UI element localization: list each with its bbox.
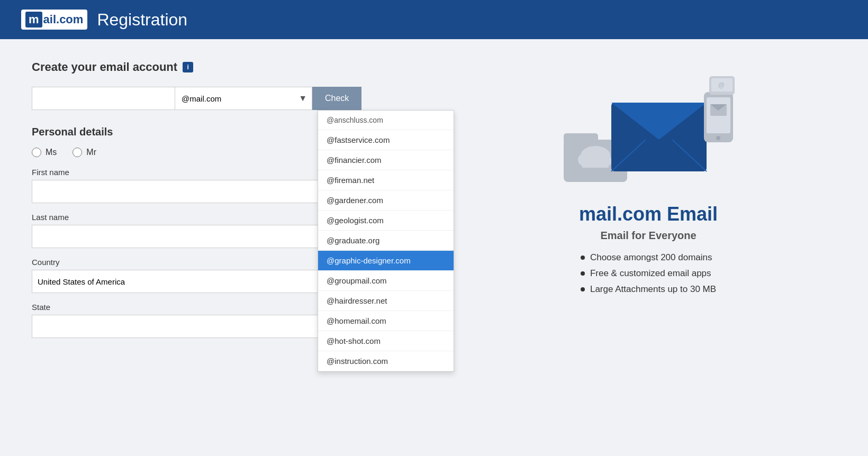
svg-point-14 <box>716 136 720 140</box>
salutation-mr-text: Mr <box>86 148 96 157</box>
form-section: Create your email account i @mail.com ▼ … <box>32 60 429 348</box>
logo-m: m <box>25 12 42 28</box>
promo-bullet: Free & customized email apps <box>581 268 716 279</box>
state-select-wrapper: ▼ <box>32 315 365 338</box>
country-select-wrapper: United States of America ▼ <box>32 270 365 293</box>
dropdown-item[interactable]: @hot-shot.com <box>318 331 454 351</box>
dropdown-item[interactable]: @graduate.org <box>318 231 454 251</box>
promo-bullet: Choose amongst 200 domains <box>581 252 716 263</box>
last-name-input[interactable] <box>32 225 365 248</box>
section-heading: Create your email account i <box>32 60 429 74</box>
svg-text:@: @ <box>718 81 725 89</box>
dropdown-item[interactable]: @homemail.com <box>318 311 454 331</box>
dropdown-item[interactable]: @groupmail.com <box>318 271 454 291</box>
logo: m ail.com <box>21 10 87 30</box>
salutation-mr-label[interactable]: Mr <box>73 148 96 157</box>
salutation-mr-radio[interactable] <box>73 148 82 157</box>
promo-title: mail.com Email <box>579 203 718 225</box>
dropdown-item[interactable]: @gardener.com <box>318 190 454 211</box>
promo-subtitle: Email for Everyone <box>600 230 696 242</box>
section-heading-text: Create your email account <box>32 60 177 74</box>
salutation-ms-text: Ms <box>46 148 57 157</box>
email-username-input[interactable] <box>32 87 175 110</box>
page-title: Registration <box>97 10 187 30</box>
promo-list: Choose amongst 200 domainsFree & customi… <box>581 252 716 300</box>
dropdown-item[interactable]: @fireman.net <box>318 170 454 190</box>
promo-bullet-text: Free & customized email apps <box>590 268 711 279</box>
dropdown-item[interactable]: @financier.com <box>318 150 454 170</box>
logo-rest: ail.com <box>43 13 84 26</box>
promo-bullet: Large Attachments up to 30 MB <box>581 284 716 295</box>
promo-section: @ mail.com Email Email for Everyone Choo… <box>460 60 836 348</box>
email-illustration: @ <box>558 71 738 187</box>
dropdown-item[interactable]: @graphic-designer.com <box>318 251 454 271</box>
salutation-ms-radio[interactable] <box>32 148 41 157</box>
svg-rect-5 <box>582 158 609 168</box>
main-content: Create your email account i @mail.com ▼ … <box>0 39 868 369</box>
info-icon[interactable]: i <box>183 62 193 72</box>
bullet-dot-icon <box>581 287 585 291</box>
dropdown-item[interactable]: @hairdresser.net <box>318 291 454 311</box>
state-select[interactable] <box>32 315 365 338</box>
dropdown-scroll[interactable]: @anschluss.com@fastservice.com@financier… <box>318 111 454 371</box>
salutation-ms-label[interactable]: Ms <box>32 148 57 157</box>
bullet-dot-icon <box>581 271 585 276</box>
dropdown-item[interactable]: @geologist.com <box>318 211 454 231</box>
page-header: m ail.com Registration <box>0 0 868 39</box>
promo-bullet-text: Choose amongst 200 domains <box>590 252 712 263</box>
dropdown-item[interactable]: @fastservice.com <box>318 130 454 150</box>
email-row: @mail.com ▼ @anschluss.com@fastservice.c… <box>32 87 429 110</box>
dropdown-item[interactable]: @anschluss.com <box>318 111 454 130</box>
bullet-dot-icon <box>581 256 585 260</box>
country-select[interactable]: United States of America <box>32 270 365 293</box>
domain-dropdown: @anschluss.com@fastservice.com@financier… <box>318 110 454 372</box>
domain-select[interactable]: @mail.com <box>175 87 312 110</box>
svg-rect-1 <box>564 133 598 144</box>
promo-bullet-text: Large Attachments up to 30 MB <box>590 284 716 295</box>
check-button[interactable]: Check <box>312 87 361 110</box>
domain-select-wrapper: @mail.com ▼ @anschluss.com@fastservice.c… <box>175 87 312 110</box>
dropdown-item[interactable]: @instruction.com <box>318 351 454 371</box>
first-name-input[interactable] <box>32 180 365 203</box>
